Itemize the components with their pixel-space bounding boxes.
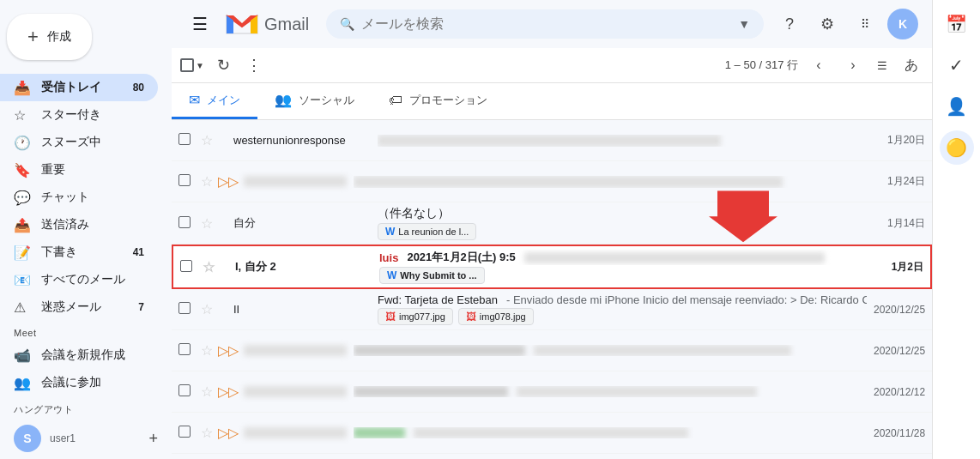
email-snippet-blurred (414, 427, 688, 438)
email-snippet-blurred (524, 252, 825, 263)
sidebar-item-inbox[interactable]: 📥 受信トレイ 80 (0, 74, 158, 101)
word-filename: La reunion de l... (398, 226, 469, 237)
keep-panel-button[interactable]: 🟡 (940, 130, 974, 165)
star-button[interactable]: ☆ (201, 132, 213, 148)
help-button[interactable]: ? (774, 9, 805, 39)
sender-name: 自分 (233, 215, 371, 231)
sidebar-item-drafts[interactable]: 📝 下書き 41 (0, 239, 158, 266)
sidebar-item-new-meeting[interactable]: 📹 会議を新規作成 (0, 341, 158, 369)
email-subject (354, 386, 508, 397)
contacts-panel-button[interactable]: 👤 (940, 89, 974, 124)
select-dropdown-icon[interactable]: ▼ (196, 61, 204, 70)
checkbox-icon (178, 216, 191, 228)
chat-icon: 💬 (14, 190, 31, 206)
star-button[interactable]: ☆ (201, 342, 213, 359)
sidebar-item-chat[interactable]: 💬 チャット (0, 184, 158, 211)
email-checkbox[interactable] (178, 174, 196, 189)
tab-social[interactable]: 👥 ソーシャル (257, 83, 372, 119)
settings-button[interactable]: ⚙ (812, 9, 843, 39)
account-button[interactable]: K (887, 9, 918, 39)
checkbox-icon (180, 260, 192, 272)
email-row[interactable]: ☆ ▷ westernunionresponse 1月20日 (172, 120, 932, 161)
spam-icon: ⚠ (14, 299, 31, 316)
email-checkbox[interactable] (180, 260, 197, 275)
sidebar-item-snoozed[interactable]: 🕐 スヌーズ中 (0, 129, 158, 156)
promo-tab-label: プロモーション (409, 93, 487, 108)
star-button[interactable]: ☆ (201, 301, 213, 317)
email-checkbox[interactable] (178, 216, 196, 231)
tab-main[interactable]: ✉ メイン (172, 83, 257, 119)
search-input[interactable] (361, 16, 731, 32)
star-button[interactable]: ☆ (201, 215, 213, 232)
email-row[interactable]: ☆ ▷▷ 2020/12/12 (172, 371, 932, 413)
join-meeting-icon: 👥 (14, 375, 31, 391)
word-filename: Why Submit to ... (400, 270, 476, 281)
add-contact-button[interactable]: + (148, 430, 158, 448)
email-row-highlighted[interactable]: ☆ ▷ I, 自分 2 luis 2021年1月2日(土) 9:5 W Why … (172, 245, 932, 289)
menu-button[interactable]: ☰ (185, 7, 215, 41)
star-button[interactable]: ☆ (201, 384, 213, 400)
email-date: 2020/11/28 (874, 427, 925, 439)
email-content (347, 427, 874, 438)
email-row[interactable]: ☆ ▷▷ 2020/12/25 (172, 330, 932, 371)
email-row[interactable]: ☆ ▷▷ 2020/09/02 (172, 454, 932, 459)
promo-tab-icon: 🏷 (389, 93, 402, 108)
email-checkbox[interactable] (178, 384, 196, 399)
email-row[interactable]: ☆ ▷ 自分 （件名なし） W La reunion de l... (172, 202, 932, 245)
email-row[interactable]: ☆ ▷▷ 2020/11/28 (172, 413, 932, 454)
tab-promo[interactable]: 🏷 プロモーション (372, 83, 505, 119)
sender-name (244, 176, 347, 187)
search-dropdown-icon[interactable]: ▼ (738, 17, 750, 31)
email-subject (354, 427, 405, 438)
email-content (347, 386, 874, 397)
calendar-panel-button[interactable]: 📅 (940, 7, 974, 41)
attachment-name: img078.jpg (480, 311, 526, 322)
email-checkbox[interactable] (178, 426, 196, 440)
select-checkbox[interactable]: ▼ (178, 51, 206, 79)
prev-page-button[interactable]: ‹ (805, 51, 832, 79)
refresh-button[interactable]: ↻ (209, 51, 237, 79)
star-button[interactable]: ☆ (201, 425, 213, 441)
view-toggle-button[interactable]: ☰ (874, 56, 891, 75)
sidebar-item-join-meeting[interactable]: 👥 会議に参加 (0, 369, 158, 396)
email-content: （件名なし） W La reunion de l... (371, 206, 874, 240)
email-row[interactable]: ☆ ▷ II Fwd: Tarjeta de Esteban - Enviado… (172, 289, 932, 330)
page-numbers: 1 – 50 / 317 行 (725, 57, 798, 73)
email-subject: （件名なし） (378, 206, 450, 221)
compose-button[interactable]: + 作成 (7, 14, 92, 60)
sidebar-item-sent[interactable]: 📤 送信済み (0, 211, 158, 239)
plus-icon: + (27, 26, 39, 48)
more-options-button[interactable]: ⋮ (240, 51, 268, 79)
sidebar-item-all[interactable]: 📧 すべてのメール (0, 266, 158, 293)
snoozed-label: スヌーズ中 (41, 135, 144, 150)
next-page-button[interactable]: › (839, 51, 867, 79)
email-snippet-blurred (534, 345, 791, 356)
fwd-icon: ▷▷ (218, 384, 239, 400)
main-tab-icon: ✉ (189, 92, 200, 108)
star-button[interactable]: ☆ (203, 259, 215, 275)
star-icon: ☆ (14, 107, 31, 124)
email-date: 2020/12/25 (874, 304, 925, 316)
email-checkbox[interactable] (178, 302, 196, 317)
spam-count: 7 (138, 301, 144, 313)
sidebar-item-important[interactable]: 🔖 重要 (0, 156, 158, 184)
tasks-panel-button[interactable]: ✓ (940, 48, 974, 82)
email-date: 1月20日 (874, 133, 925, 148)
star-button[interactable]: ☆ (201, 173, 213, 190)
apps-button[interactable]: ⠿ (850, 9, 880, 39)
gmail-logo: Gmail (225, 11, 309, 37)
email-row[interactable]: ☆ ▷▷ 1月24日 (172, 161, 932, 202)
page-info: 1 – 50 / 317 行 ‹ › ☰ あ (725, 51, 925, 79)
sender-name (244, 345, 347, 356)
view-toggle-icon: ☰ (877, 59, 887, 72)
email-checkbox[interactable] (178, 343, 196, 358)
hangout-user-1[interactable]: S user1 + (0, 420, 172, 457)
display-density-button[interactable]: あ (898, 51, 925, 79)
sidebar-item-starred[interactable]: ☆ スター付き (0, 101, 158, 129)
sidebar-item-spam[interactable]: ⚠ 迷惑メール 7 (0, 293, 158, 321)
meet-section-label: Meet (0, 321, 172, 341)
attachment-chip: 🖼 img077.jpg (378, 308, 453, 325)
new-meeting-icon: 📹 (14, 347, 31, 364)
email-checkbox[interactable] (178, 133, 196, 148)
email-date: 1月2日 (872, 260, 923, 275)
